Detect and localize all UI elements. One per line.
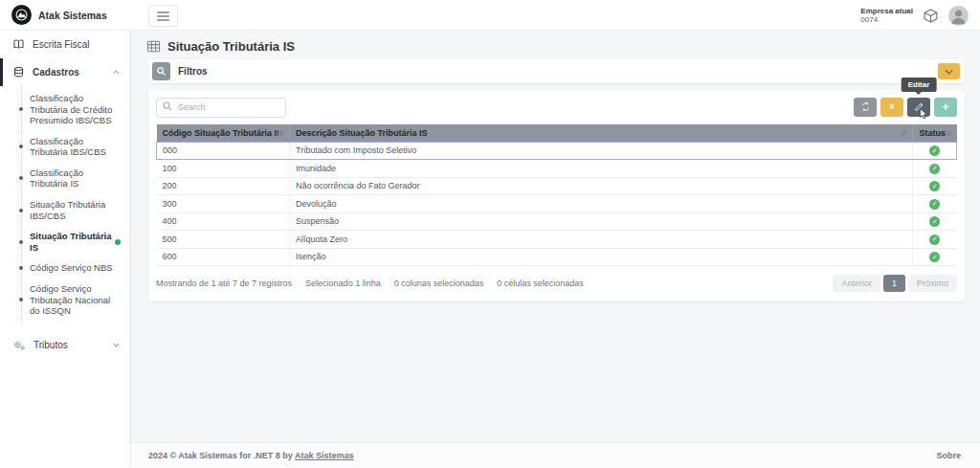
sidebar-subitem-label: Código Serviço Tributação Nacional do IS… [30, 283, 110, 316]
current-company: Empresa atual 0074 [860, 7, 913, 24]
table-row[interactable]: 000Tributado com Imposto Seletivo✓ [157, 142, 957, 160]
status-check-icon: ✓ [929, 145, 940, 156]
cell-status[interactable]: ✓ [913, 212, 957, 231]
cell-code[interactable]: 600 [157, 248, 290, 266]
chevron-up-icon [113, 70, 120, 75]
cell-status[interactable]: ✓ [913, 142, 957, 160]
column-header-code[interactable]: Código Situação Tributária IS ↓↑ [157, 124, 290, 143]
brand-logo-icon [11, 5, 32, 25]
package-icon[interactable] [923, 8, 939, 24]
table-summary: Mostrando de 1 até 7 de 7 registrosSelec… [156, 279, 597, 288]
filters-panel: Filtros [148, 59, 965, 83]
table-row[interactable]: 400Suspensão✓ [157, 212, 957, 231]
pagination-prev-button[interactable]: Anterior [833, 275, 880, 292]
about-link[interactable]: Sobre [936, 451, 961, 460]
sidebar-subitem-label: Situação Tributária IS [30, 231, 112, 253]
clear-button[interactable]: × [880, 98, 903, 117]
cell-description[interactable]: Imunidade [290, 160, 913, 178]
cell-status[interactable]: ✓ [913, 177, 957, 195]
bullet-icon [19, 266, 23, 270]
cell-code[interactable]: 400 [157, 212, 290, 231]
column-header-status[interactable]: Status ↓↑ [913, 124, 957, 143]
main-content: Situação Tributária IS Filtros × [129, 31, 980, 468]
brand-name: Atak Sistemas [38, 10, 107, 21]
page-footer: 2024 © Atak Sistemas for .NET 8 by Atak … [129, 442, 980, 468]
table-grid-icon [146, 39, 161, 54]
records-table: Código Situação Tributária IS ↓↑ Descriç… [156, 124, 957, 267]
sidebar-subitem-2[interactable]: Classificação Tributária IS [0, 163, 129, 194]
bullet-icon [19, 240, 23, 244]
cell-code[interactable]: 200 [157, 177, 290, 195]
pagination: Anterior 1 Próximo [833, 275, 957, 292]
page-title: Situação Tributária IS [167, 39, 295, 54]
top-bar: Atak Sistemas Empresa atual 0074 [0, 0, 980, 31]
cell-status[interactable]: ✓ [913, 195, 957, 213]
column-header-description[interactable]: Descrição Situação Tributária IS ↓↑ [290, 124, 913, 143]
sidebar-subitem-1[interactable]: Classificação Tributária IBS/CBS [0, 131, 129, 163]
company-label: Empresa atual [860, 7, 913, 15]
atak-sistemas-link[interactable]: Atak Sistemas [295, 451, 354, 460]
summary-cells-selected: 0 células selecionadas [497, 279, 584, 288]
sidebar-item-escrita-fiscal[interactable]: Escrita Fiscal [0, 31, 129, 58]
sidebar-subitem-6[interactable]: Código Serviço Tributação Nacional do IS… [0, 279, 129, 322]
cell-description[interactable]: Isenção [290, 248, 913, 266]
cell-status[interactable]: ✓ [913, 231, 957, 249]
bullet-icon [19, 209, 23, 212]
sidebar-item-label: Tributos [33, 340, 105, 350]
sort-icon: ↓↑ [902, 129, 906, 136]
active-indicator-dot [115, 239, 121, 245]
cell-status[interactable]: ✓ [913, 248, 957, 266]
status-check-icon: ✓ [929, 252, 940, 262]
book-icon [12, 38, 25, 51]
cell-code[interactable]: 500 [157, 231, 290, 249]
sort-icon: ↓↑ [278, 129, 283, 136]
sidebar-subitem-label: Código Serviço NBS [30, 262, 113, 273]
user-avatar[interactable] [948, 6, 969, 26]
cell-description[interactable]: Devolução [290, 195, 913, 213]
sidebar-item-cadastros[interactable]: Cadastros [0, 58, 129, 86]
status-check-icon: ✓ [929, 216, 940, 227]
brand: Atak Sistemas [0, 5, 129, 25]
table-row[interactable]: 200Não ocorrência do Fato Gerador✓ [157, 177, 957, 195]
copyright: 2024 © Atak Sistemas for .NET 8 by Atak … [148, 451, 354, 460]
sidebar-toggle-button[interactable] [148, 5, 178, 27]
sidebar-subitem-0[interactable]: Classificação Tributária de Crédito Pres… [0, 88, 129, 131]
filter-search-icon [152, 62, 170, 80]
sidebar-subitem-label: Classificação Tributária IBS/CBS [30, 136, 106, 158]
sidebar-item-label: Cadastros [33, 67, 105, 78]
status-check-icon: ✓ [929, 164, 940, 174]
cell-code[interactable]: 300 [157, 195, 290, 213]
sidebar-subitem-4[interactable]: Situação Tributária IS [0, 226, 129, 257]
sidebar-item-tributos[interactable]: Tributos [0, 331, 129, 359]
table-row[interactable]: 100Imunidade✓ [157, 160, 957, 178]
refresh-button[interactable] [854, 98, 877, 117]
chevron-down-icon [113, 343, 120, 347]
table-row[interactable]: 300Devolução✓ [157, 195, 957, 213]
search-input[interactable] [156, 98, 286, 118]
cell-code[interactable]: 100 [157, 160, 290, 178]
sidebar-subitem-3[interactable]: Situação Tributária IBS/CBS [0, 194, 129, 226]
filters-label: Filtros [178, 66, 930, 77]
cell-code[interactable]: 000 [157, 142, 290, 160]
database-icon [12, 66, 25, 78]
edit-tooltip: Editar [902, 78, 937, 92]
status-check-icon: ✓ [929, 181, 940, 191]
cell-description[interactable]: Não ocorrência do Fato Gerador [290, 177, 913, 195]
sidebar-subitem-5[interactable]: Código Serviço NBS [0, 257, 129, 279]
cell-description[interactable]: Tributado com Imposto Seletivo [290, 142, 913, 160]
table-row[interactable]: 500Alíquota Zero✓ [157, 231, 957, 249]
add-button[interactable]: + [934, 98, 957, 117]
table-row[interactable]: 600Isenção✓ [157, 248, 957, 266]
cell-description[interactable]: Suspensão [290, 212, 913, 231]
gears-icon [12, 339, 26, 351]
filters-expand-button[interactable] [938, 63, 960, 79]
bullet-icon [19, 145, 23, 148]
pagination-page-button[interactable]: 1 [883, 275, 905, 292]
cell-description[interactable]: Alíquota Zero [290, 231, 913, 249]
pagination-next-button[interactable]: Próximo [908, 275, 957, 292]
sidebar-subitem-label: Classificação Tributária de Crédito Pres… [30, 93, 112, 125]
cadastros-submenu: Classificação Tributária de Crédito Pres… [0, 86, 129, 325]
table-panel: × Editar + Código Situação Tributária IS… [148, 90, 965, 301]
cell-status[interactable]: ✓ [913, 160, 957, 178]
edit-button[interactable]: Editar [907, 98, 930, 117]
